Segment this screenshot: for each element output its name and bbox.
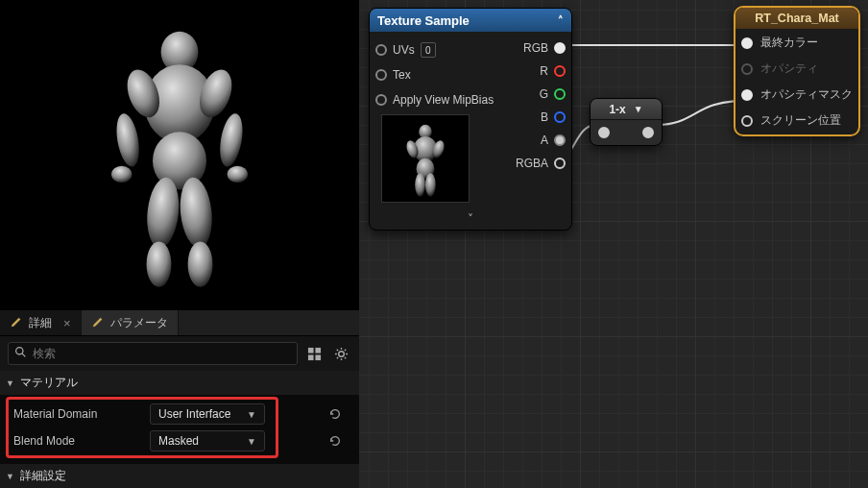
pin-b[interactable]: B	[541, 110, 566, 124]
svg-point-5	[216, 111, 246, 168]
reset-to-default-button[interactable]	[325, 430, 346, 451]
svg-rect-18	[315, 354, 321, 360]
input-pin[interactable]	[741, 37, 753, 49]
output-pin[interactable]	[554, 134, 566, 146]
brush-icon	[91, 315, 105, 331]
chevron-down-icon[interactable]: ˅	[370, 210, 571, 230]
dropdown-value: User Interface	[158, 407, 230, 421]
section-material[interactable]: ▼ マテリアル	[0, 371, 359, 395]
prop-material-domain: Material Domain User Interface ▼	[8, 401, 351, 427]
reset-to-default-button[interactable]	[325, 403, 346, 425]
input-pin[interactable]	[375, 69, 387, 81]
left-panel: 詳細 × パラメータ ▼ マテリアル Material Dom	[0, 0, 359, 488]
pin-a[interactable]: A	[541, 134, 566, 147]
prop-label: Material Domain	[8, 407, 142, 421]
pin-rgb[interactable]: RGB	[523, 41, 566, 55]
chevron-down-icon: ▼	[247, 409, 256, 420]
pin-g[interactable]: G	[540, 87, 566, 101]
output-pin[interactable]	[554, 88, 566, 100]
svg-rect-17	[307, 354, 313, 360]
brush-icon	[10, 315, 23, 331]
svg-rect-16	[315, 347, 321, 353]
svg-point-13	[16, 348, 23, 354]
search-row	[0, 336, 359, 371]
node-header[interactable]: RT_Chara_Mat	[735, 8, 858, 29]
node-title: Texture Sample	[377, 13, 470, 28]
node-header[interactable]: 1-x ▼	[591, 99, 662, 120]
tab-details-label: 詳細	[29, 315, 52, 331]
section-material-label: マテリアル	[20, 375, 78, 391]
section-advanced-label: 詳細設定	[20, 468, 66, 484]
details-tab-bar: 詳細 × パラメータ	[0, 310, 359, 336]
tab-parameters[interactable]: パラメータ	[82, 310, 179, 335]
input-pin[interactable]	[598, 127, 610, 138]
dropdown-value: Masked	[158, 434, 199, 448]
node-header[interactable]: Texture Sample ˄	[370, 9, 571, 32]
pin-label: B	[541, 110, 548, 124]
pin-opacity-mask[interactable]: オパシティマスク	[741, 86, 853, 103]
pin-label: A	[541, 134, 548, 147]
search-input[interactable]	[33, 347, 291, 360]
gear-icon[interactable]	[330, 343, 351, 364]
prop-label: Blend Mode	[8, 434, 142, 448]
svg-point-26	[425, 173, 436, 196]
uv-index[interactable]: 0	[421, 42, 436, 58]
collapse-icon[interactable]: ˄	[558, 14, 564, 27]
input-pin[interactable]	[741, 63, 753, 75]
svg-line-14	[22, 354, 25, 356]
pin-label: R	[540, 64, 548, 78]
input-pin[interactable]	[741, 89, 753, 101]
node-texture-sample[interactable]: Texture Sample ˄ UVs 0 Tex Apply View Mi…	[369, 8, 572, 231]
svg-point-6	[111, 165, 133, 182]
pin-final-color[interactable]: 最終カラー	[741, 35, 853, 51]
prop-blend-mode: Blend Mode Masked ▼	[8, 427, 351, 454]
svg-point-11	[147, 241, 172, 286]
svg-point-12	[188, 241, 213, 286]
blend-mode-dropdown[interactable]: Masked ▼	[150, 430, 265, 451]
pin-label: オパシティ	[760, 61, 818, 77]
node-material-output[interactable]: RT_Chara_Mat 最終カラー オパシティ オパシティマスク スクリーン位…	[734, 6, 860, 136]
material-preview-viewport[interactable]	[0, 0, 359, 310]
input-pin[interactable]	[375, 44, 387, 56]
output-pin[interactable]	[554, 42, 566, 54]
pin-tex[interactable]: Tex	[375, 62, 500, 87]
material-domain-dropdown[interactable]: User Interface ▼	[150, 403, 265, 425]
pin-r[interactable]: R	[540, 64, 566, 78]
chevron-down-icon: ▼	[247, 436, 256, 447]
input-pin[interactable]	[741, 115, 753, 127]
svg-point-25	[415, 173, 425, 196]
input-pin[interactable]	[375, 94, 387, 106]
pin-label: オパシティマスク	[760, 86, 853, 103]
pin-uvs[interactable]: UVs 0	[375, 37, 500, 62]
chevron-down-icon[interactable]: ▼	[634, 104, 643, 114]
pin-apply-mipbias[interactable]: Apply View MipBias	[375, 87, 500, 112]
output-pin[interactable]	[554, 158, 566, 169]
texture-thumbnail[interactable]	[381, 114, 470, 203]
search-box[interactable]	[8, 342, 298, 365]
mannequin-preview	[74, 21, 285, 290]
output-pin[interactable]	[554, 111, 566, 123]
pin-label: Tex	[393, 68, 411, 82]
pin-label: Apply View MipBias	[393, 93, 494, 107]
pin-rgba[interactable]: RGBA	[516, 157, 566, 170]
svg-point-19	[338, 351, 344, 356]
svg-point-4	[113, 111, 143, 168]
grid-view-icon[interactable]	[303, 343, 325, 364]
pin-label: 最終カラー	[760, 35, 818, 51]
pin-screen-position[interactable]: スクリーン位置	[741, 112, 853, 129]
output-pin[interactable]	[642, 127, 654, 138]
chevron-down-icon: ▼	[6, 472, 14, 481]
material-graph-canvas[interactable]: Texture Sample ˄ UVs 0 Tex Apply View Mi…	[359, 0, 868, 488]
section-advanced[interactable]: ▼ 詳細設定	[0, 464, 359, 488]
pin-label: G	[540, 87, 548, 101]
node-one-minus[interactable]: 1-x ▼	[590, 98, 663, 146]
pin-label: UVs	[393, 43, 415, 57]
output-pin[interactable]	[554, 65, 566, 77]
pin-opacity[interactable]: オパシティ	[741, 61, 853, 77]
node-title: RT_Chara_Mat	[755, 12, 839, 25]
tab-details[interactable]: 詳細 ×	[0, 310, 82, 335]
chevron-down-icon: ▼	[6, 378, 14, 388]
svg-point-7	[228, 165, 249, 182]
svg-rect-15	[307, 347, 313, 353]
close-icon[interactable]: ×	[63, 316, 71, 330]
